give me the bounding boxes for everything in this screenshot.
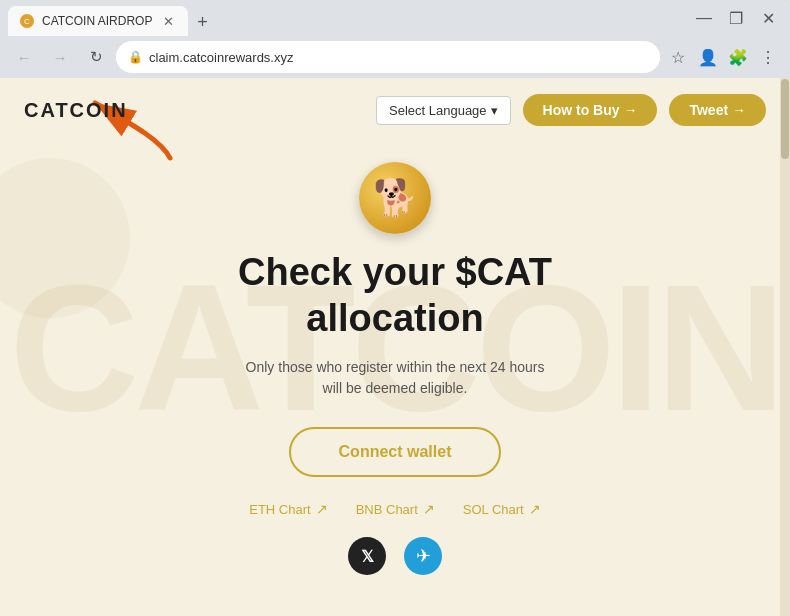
minimize-icon[interactable]: —	[690, 4, 718, 32]
sol-chart-link[interactable]: SOL Chart ↗	[463, 501, 541, 517]
lang-select-label: Select Language	[389, 103, 487, 118]
site-navbar: CATCOIN Select Language ▾ How to Buy → T…	[0, 78, 790, 142]
toolbar: ← → ↻ 🔒 claim.catcoinrewards.xyz ☆ 👤 🧩 ⋮	[0, 36, 790, 78]
eth-chart-icon: ↗	[316, 501, 328, 517]
new-tab-button[interactable]: +	[188, 8, 216, 36]
hero-title-line2: allocation	[306, 297, 483, 339]
bnb-chart-icon: ↗	[423, 501, 435, 517]
connect-wallet-button[interactable]: Connect wallet	[289, 427, 502, 477]
tab-strip: C CATCOIN AIRDROP ✕ +	[8, 0, 682, 36]
tab-close-button[interactable]: ✕	[160, 13, 176, 29]
site-logo: CATCOIN	[24, 99, 128, 122]
telegram-button[interactable]: ✈	[404, 537, 442, 575]
active-tab[interactable]: C CATCOIN AIRDROP ✕	[8, 6, 188, 36]
how-to-buy-button[interactable]: How to Buy →	[523, 94, 658, 126]
hero-title: Check your $CAT allocation	[238, 250, 552, 341]
hero-section: 🐕 Check your $CAT allocation Only those …	[0, 142, 790, 575]
url-text: claim.catcoinrewards.xyz	[149, 50, 648, 65]
twitter-x-button[interactable]: 𝕏	[348, 537, 386, 575]
close-window-icon[interactable]: ✕	[754, 4, 782, 32]
toolbar-right: ☆ 👤 🧩 ⋮	[664, 43, 782, 71]
chevron-down-icon: ▾	[491, 103, 498, 118]
coin-logo: 🐕	[359, 162, 431, 234]
restore-icon[interactable]: ❐	[722, 4, 750, 32]
sol-chart-label: SOL Chart	[463, 502, 524, 517]
back-button[interactable]: ←	[8, 41, 40, 73]
menu-icon[interactable]: ⋮	[754, 43, 782, 71]
window-controls: — ❐ ✕	[690, 4, 782, 32]
coin-icon: 🐕	[373, 177, 418, 219]
tab-favicon: C	[20, 14, 34, 28]
title-bar: C CATCOIN AIRDROP ✕ + — ❐ ✕	[0, 0, 790, 36]
forward-button[interactable]: →	[44, 41, 76, 73]
tweet-button[interactable]: Tweet →	[669, 94, 766, 126]
browser-window: C CATCOIN AIRDROP ✕ + — ❐ ✕ ← → ↻ 🔒 clai…	[0, 0, 790, 616]
hero-subtitle: Only those who register within the next …	[235, 357, 555, 399]
lock-icon: 🔒	[128, 50, 143, 64]
language-selector[interactable]: Select Language ▾	[376, 96, 511, 125]
nav-right: Select Language ▾ How to Buy → Tweet →	[376, 94, 766, 126]
tab-title: CATCOIN AIRDROP	[42, 14, 152, 28]
chart-links: ETH Chart ↗ BNB Chart ↗ SOL Chart ↗	[249, 501, 540, 517]
extensions-icon[interactable]: 🧩	[724, 43, 752, 71]
sol-chart-icon: ↗	[529, 501, 541, 517]
bnb-chart-link[interactable]: BNB Chart ↗	[356, 501, 435, 517]
eth-chart-link[interactable]: ETH Chart ↗	[249, 501, 327, 517]
refresh-button[interactable]: ↻	[80, 41, 112, 73]
bnb-chart-label: BNB Chart	[356, 502, 418, 517]
bookmark-icon[interactable]: ☆	[664, 43, 692, 71]
social-icons: 𝕏 ✈	[348, 537, 442, 575]
page-content: CATCOIN CATCOIN Select Language ▾	[0, 78, 790, 616]
profile-icon[interactable]: 👤	[694, 43, 722, 71]
hero-title-line1: Check your $CAT	[238, 251, 552, 293]
eth-chart-label: ETH Chart	[249, 502, 310, 517]
address-bar[interactable]: 🔒 claim.catcoinrewards.xyz	[116, 41, 660, 73]
